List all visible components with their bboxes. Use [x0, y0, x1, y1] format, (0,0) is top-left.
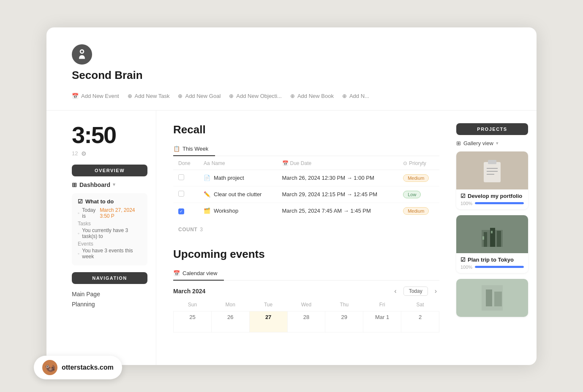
day-thu: Thu	[325, 300, 363, 311]
calendar-month: March 2024	[173, 288, 205, 295]
table-row: ✓ 🗂️ Workshop March 25, 2024 7:45 AM → 1…	[173, 203, 439, 219]
checkbox-2[interactable]	[178, 191, 184, 197]
svg-rect-10	[497, 231, 501, 247]
checkbox-1[interactable]	[178, 174, 184, 180]
tasks-row: ◦ You currently have 3 task(s) to	[78, 227, 142, 239]
task-icon-2: ✏️	[204, 191, 210, 197]
sidebar: 3:50 12 ⚙ OVERVIEW ⊞ Dashboard ▾ ☑ What …	[46, 111, 156, 365]
otter-avatar: 🦦	[42, 360, 57, 375]
calendar-tab-icon: 📅	[173, 270, 180, 276]
recall-table: Done Aa Name 📅 Due Date ⊙ Prioryty 📄 M	[173, 156, 439, 219]
col-due-date: 📅 Due Date	[277, 156, 398, 170]
project-name-1: ☑ Develop my portfolio	[460, 193, 524, 199]
recall-heading: Recall	[173, 123, 439, 136]
cal-day-25[interactable]: 25	[174, 311, 212, 332]
chevron-down-icon-2: ▾	[496, 141, 499, 146]
cal-day-29[interactable]: 29	[325, 311, 363, 332]
recall-tab-bar: 📋 This Week	[173, 142, 439, 156]
add-objective-button[interactable]: ⊕ Add New Objecti...	[229, 90, 290, 102]
progress-bar-fill-1	[475, 202, 524, 204]
day-mon: Mon	[211, 300, 249, 311]
svg-rect-15	[494, 292, 502, 306]
prev-month-button[interactable]: ‹	[392, 287, 399, 296]
cal-day-27[interactable]: 27	[249, 311, 287, 332]
priority-badge-2: Low	[403, 191, 421, 198]
project-name-2: ☑ Plan trip to Tokyo	[460, 257, 524, 263]
svg-rect-11	[482, 236, 484, 240]
table-icon: 📋	[173, 146, 180, 152]
progress-bar-fill-2	[475, 266, 524, 268]
project-card-1[interactable]: ☑ Develop my portfolio 100%	[456, 151, 528, 209]
info-card: ☑ What to do ◦ Today is March 27, 2024 3…	[72, 193, 147, 265]
cal-day-2[interactable]: 2	[401, 311, 439, 332]
add-task-icon: ⊕	[128, 93, 132, 99]
app-title: Second Brain	[72, 69, 511, 82]
svg-rect-2	[484, 162, 501, 182]
events-label: Events	[78, 241, 142, 247]
svg-rect-8	[484, 232, 487, 247]
overview-button[interactable]: OVERVIEW	[72, 165, 147, 176]
city-icon	[482, 222, 503, 247]
priority-badge-3: Medium	[403, 207, 429, 215]
day-wed: Wed	[287, 300, 325, 311]
street-icon	[482, 285, 503, 311]
next-month-button[interactable]: ›	[432, 287, 439, 296]
svg-point-1	[81, 50, 83, 52]
gallery-view-toggle[interactable]: ⊞ Gallery view ▾	[456, 140, 528, 146]
project-img-1	[456, 151, 528, 189]
toolbar: 📅 Add New Event ⊕ Add New Task ⊕ Add New…	[72, 90, 511, 102]
gear-icon[interactable]: ⚙	[81, 150, 87, 157]
content-area: Recall 📋 This Week Done Aa Name 📅 Due Da…	[156, 111, 452, 365]
col-name: Aa Name	[199, 156, 277, 170]
add-objective-icon: ⊕	[229, 93, 234, 99]
clock-sub: 12 ⚙	[72, 150, 147, 157]
dot-icon-3: ◦	[78, 251, 79, 257]
tasks-label: Tasks	[78, 221, 142, 227]
progress-bar-bg-2	[475, 266, 524, 268]
day-fri: Fri	[363, 300, 401, 311]
dashboard-header[interactable]: ⊞ Dashboard ▾	[72, 181, 147, 188]
brain-icon	[76, 49, 88, 60]
chevron-down-icon: ▾	[113, 182, 115, 187]
add-event-button[interactable]: 📅 Add New Event	[72, 90, 128, 102]
add-task-button[interactable]: ⊕ Add New Task	[128, 90, 178, 102]
table-row: 📄 Math project March 26, 2024 12:30 PM →…	[173, 170, 439, 186]
cal-day-26[interactable]: 26	[211, 311, 249, 332]
add-n-button[interactable]: ⊕ Add N...	[342, 90, 378, 102]
today-button[interactable]: Today	[403, 287, 428, 296]
calendar-view-tab[interactable]: 📅 Calendar view	[173, 267, 224, 281]
priority-badge-1: Medium	[403, 174, 429, 182]
svg-rect-14	[486, 289, 492, 306]
col-priority: ⊙ Prioryty	[398, 156, 439, 170]
calendar-grid: Sun Mon Tue Wed Thu Fri Sat 25 26	[173, 300, 439, 333]
svg-rect-9	[490, 228, 495, 247]
cal-day-28[interactable]: 28	[287, 311, 325, 332]
upcoming-events-section: Upcoming events 📅 Calendar view March 20…	[173, 248, 439, 333]
main-page-link[interactable]: Main Page	[72, 289, 147, 299]
clipboard-icon	[482, 158, 503, 183]
progress-bar-bg-1	[475, 202, 524, 204]
gallery-icon: ⊞	[456, 140, 461, 146]
planning-link[interactable]: Planning	[72, 299, 147, 309]
app-logo-icon	[72, 44, 92, 65]
task-icon-1: 📄	[204, 175, 210, 181]
calendar-week-row: 25 26 27 28 29 Mar 1 2	[174, 311, 439, 332]
cal-day-mar1[interactable]: Mar 1	[363, 311, 401, 332]
calendar-icon: 📅	[72, 93, 79, 99]
this-week-tab[interactable]: 📋 This Week	[173, 142, 215, 156]
otter-label: otterstacks.com	[62, 364, 114, 371]
project-card-3[interactable]	[456, 279, 528, 317]
upcoming-heading: Upcoming events	[173, 248, 439, 261]
checklist-icon: ☑	[78, 198, 83, 205]
project-progress-1: 100%	[460, 201, 524, 206]
navigation-button[interactable]: NAVIGATION	[72, 272, 147, 284]
project-card-1-info: ☑ Develop my portfolio 100%	[456, 189, 528, 209]
events-row: ◦ You have 3 events this week	[78, 248, 142, 260]
add-book-button[interactable]: ⊕ Add New Book	[290, 90, 342, 102]
calendar-header-row: March 2024 ‹ Today ›	[173, 287, 439, 296]
add-goal-button[interactable]: ⊕ Add New Goal	[178, 90, 229, 102]
project-card-2[interactable]: ☑ Plan trip to Tokyo 100%	[456, 215, 528, 273]
checkbox-3[interactable]: ✓	[178, 208, 184, 214]
col-done: Done	[173, 156, 199, 170]
task-icon-3: 🗂️	[204, 208, 210, 214]
